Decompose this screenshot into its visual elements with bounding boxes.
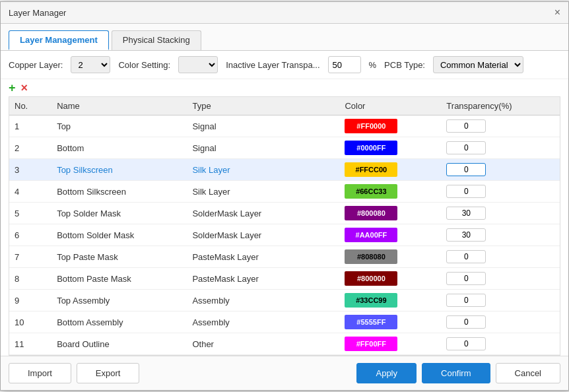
cell-color[interactable]: #FF0000 xyxy=(339,115,441,137)
cell-name[interactable]: Top Silkscreen xyxy=(51,159,187,181)
percent-symbol: % xyxy=(369,60,377,70)
cell-color[interactable]: #808080 xyxy=(339,246,441,268)
transparency-input[interactable] xyxy=(446,119,486,133)
cell-transparency[interactable] xyxy=(441,268,560,290)
cell-color[interactable]: #0000FF xyxy=(339,137,441,159)
cell-no: 2 xyxy=(9,137,51,159)
tab-layer-management[interactable]: Layer Management xyxy=(9,30,109,50)
cell-name: Bottom xyxy=(51,137,187,159)
cancel-button[interactable]: Cancel xyxy=(496,363,560,383)
transparency-input[interactable] xyxy=(446,337,486,350)
add-layer-button[interactable]: + xyxy=(9,82,16,94)
color-swatch[interactable]: #808080 xyxy=(345,249,397,264)
transparency-input[interactable] xyxy=(446,315,486,329)
table-row[interactable]: 1TopSignal#FF0000 xyxy=(9,115,560,137)
cell-transparency[interactable] xyxy=(441,203,560,224)
table-row[interactable]: 7Top Paste MaskPasteMask Layer#808080 xyxy=(9,246,560,268)
import-button[interactable]: Import xyxy=(9,363,71,383)
inactive-layer-input[interactable] xyxy=(328,56,361,73)
color-swatch[interactable]: #FFCC00 xyxy=(345,162,397,177)
color-swatch[interactable]: #FF00FF xyxy=(345,337,397,351)
table-row[interactable]: 6Bottom Solder MaskSolderMask Layer#AA00… xyxy=(9,224,560,246)
transparency-input[interactable] xyxy=(446,207,486,220)
color-setting-label: Color Setting: xyxy=(118,60,170,70)
tab-bar: Layer Management Physical Stacking xyxy=(1,24,568,51)
cell-transparency[interactable] xyxy=(441,333,560,355)
dialog-title: Layer Manager xyxy=(9,8,66,18)
transparency-input[interactable] xyxy=(446,141,486,154)
transparency-input[interactable] xyxy=(446,228,486,242)
cell-color[interactable]: #5555FF xyxy=(339,311,441,333)
cell-transparency[interactable] xyxy=(441,290,560,311)
cell-type: PasteMask Layer xyxy=(187,268,339,290)
color-swatch[interactable]: #66CC33 xyxy=(345,184,397,199)
cell-transparency[interactable] xyxy=(441,246,560,268)
cell-transparency[interactable] xyxy=(441,224,560,246)
cell-transparency[interactable] xyxy=(441,311,560,333)
cell-color[interactable]: #FF00FF xyxy=(339,333,441,355)
table-row[interactable]: 10Bottom AssemblyAssembly#5555FF xyxy=(9,311,560,333)
tab-physical-stacking[interactable]: Physical Stacking xyxy=(112,30,201,50)
cell-no: 8 xyxy=(9,268,51,290)
cell-name: Top Solder Mask xyxy=(51,203,187,224)
cell-color[interactable]: #66CC33 xyxy=(339,181,441,203)
transparency-input[interactable] xyxy=(446,250,486,263)
transparency-input[interactable] xyxy=(446,294,486,307)
cell-name: Bottom Solder Mask xyxy=(51,224,187,246)
cell-color[interactable]: #FFCC00 xyxy=(339,159,441,181)
cell-color[interactable]: #AA00FF xyxy=(339,224,441,246)
color-swatch[interactable]: #800000 xyxy=(345,271,397,286)
color-swatch[interactable]: #800080 xyxy=(345,206,397,220)
footer-right: Apply Confirm Cancel xyxy=(356,363,560,383)
cell-name: Bottom Paste Mask xyxy=(51,268,187,290)
cell-no: 5 xyxy=(9,203,51,224)
cell-no: 7 xyxy=(9,246,51,268)
footer: Import Export Apply Confirm Cancel xyxy=(1,356,568,390)
cell-no: 3 xyxy=(9,159,51,181)
inactive-layer-label: Inactive Layer Transpa... xyxy=(226,60,319,70)
transparency-input[interactable] xyxy=(446,185,486,198)
cell-type: SolderMask Layer xyxy=(187,203,339,224)
cell-no: 4 xyxy=(9,181,51,203)
cell-color[interactable]: #33CC99 xyxy=(339,290,441,311)
table-row[interactable]: 4Bottom SilkscreenSilk Layer#66CC33 xyxy=(9,181,560,203)
cell-no: 9 xyxy=(9,290,51,311)
cell-name: Board Outline xyxy=(51,333,187,355)
cell-color[interactable]: #800000 xyxy=(339,268,441,290)
transparency-input[interactable] xyxy=(446,163,486,176)
table-row[interactable]: 8Bottom Paste MaskPasteMask Layer#800000 xyxy=(9,268,560,290)
color-swatch[interactable]: #FF0000 xyxy=(345,119,397,133)
table-row[interactable]: 2BottomSignal#0000FF xyxy=(9,137,560,159)
toolbar: Copper Layer: 2 1 4 6 8 Color Setting: I… xyxy=(1,51,568,79)
apply-button[interactable]: Apply xyxy=(356,363,417,383)
color-swatch[interactable]: #AA00FF xyxy=(345,228,397,242)
close-button[interactable]: × xyxy=(554,7,560,18)
export-button[interactable]: Export xyxy=(77,363,140,383)
table-row[interactable]: 11Board OutlineOther#FF00FF xyxy=(9,333,560,355)
color-swatch[interactable]: #33CC99 xyxy=(345,293,397,308)
pcb-type-select[interactable]: Common Material Aluminum Rogers xyxy=(433,56,523,73)
copper-layer-select[interactable]: 2 1 4 6 8 xyxy=(71,56,110,73)
cell-name: Top Assembly xyxy=(51,290,187,311)
cell-type[interactable]: Silk Layer xyxy=(187,159,339,181)
cell-no: 6 xyxy=(9,224,51,246)
cell-name: Bottom Silkscreen xyxy=(51,181,187,203)
table-row[interactable]: 9Top AssemblyAssembly#33CC99 xyxy=(9,290,560,311)
cell-no: 11 xyxy=(9,333,51,355)
cell-transparency[interactable] xyxy=(441,159,560,181)
cell-color[interactable]: #800080 xyxy=(339,203,441,224)
color-swatch[interactable]: #5555FF xyxy=(345,315,397,329)
confirm-button[interactable]: Confirm xyxy=(422,363,490,383)
table-row[interactable]: 5Top Solder MaskSolderMask Layer#800080 xyxy=(9,203,560,224)
cell-transparency[interactable] xyxy=(441,181,560,203)
cell-type: Silk Layer xyxy=(187,181,339,203)
transparency-input[interactable] xyxy=(446,272,486,285)
cell-transparency[interactable] xyxy=(441,137,560,159)
col-header-transparency: Transparency(%) xyxy=(441,97,560,115)
color-swatch[interactable]: #0000FF xyxy=(345,141,397,155)
table-row[interactable]: 3Top SilkscreenSilk Layer#FFCC00 xyxy=(9,159,560,181)
delete-layer-button[interactable]: × xyxy=(21,82,28,94)
cell-transparency[interactable] xyxy=(441,115,560,137)
footer-left: Import Export xyxy=(9,363,139,383)
color-setting-select[interactable] xyxy=(178,56,218,73)
